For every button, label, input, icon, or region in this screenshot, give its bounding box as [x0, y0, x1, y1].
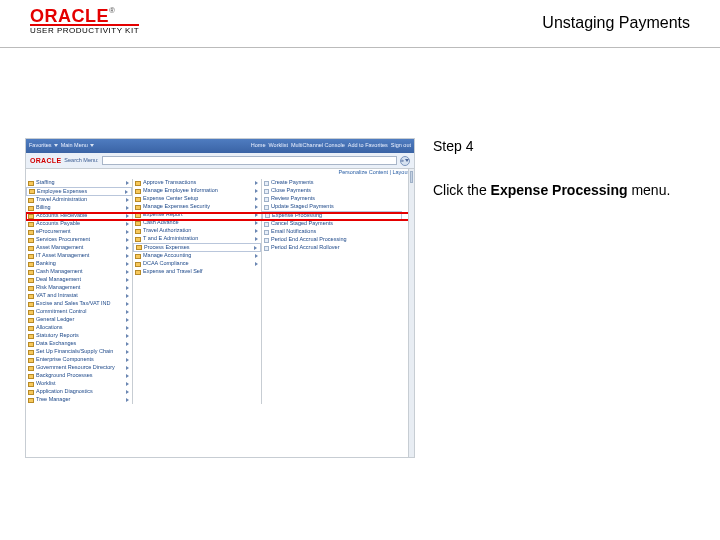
- menu-item[interactable]: Expense and Travel Self: [133, 268, 261, 276]
- menu-item[interactable]: Services Procurement: [26, 236, 132, 244]
- nav-sign-out[interactable]: Sign out: [391, 143, 411, 149]
- nav-worklist[interactable]: Worklist: [268, 143, 287, 149]
- main-menu[interactable]: Main Menu: [61, 143, 94, 149]
- menu-item[interactable]: Asset Management: [26, 244, 132, 252]
- menu-item[interactable]: Background Processes: [26, 372, 132, 380]
- menu-item[interactable]: Cash Advance: [133, 219, 261, 227]
- menu-item[interactable]: Banking: [26, 260, 132, 268]
- folder-icon: [28, 222, 34, 227]
- menu-item[interactable]: Travel Administration: [26, 196, 132, 204]
- menu-item[interactable]: T and E Administration: [133, 235, 261, 243]
- menu-item[interactable]: Accounts Payable: [26, 220, 132, 228]
- folder-icon: [135, 229, 141, 234]
- search-label: Search Menu:: [64, 158, 98, 164]
- menu-item[interactable]: Accounts Receivable: [26, 212, 132, 220]
- menu-item-label: Process Expenses: [144, 245, 252, 251]
- menu-item-label: Expense Center Setup: [143, 196, 253, 202]
- menu-item-label: Risk Management: [36, 285, 124, 291]
- menu-item-label: IT Asset Management: [36, 253, 124, 259]
- menu-item[interactable]: VAT and Intrastat: [26, 292, 132, 300]
- menu-item[interactable]: Close Payments: [262, 187, 402, 195]
- menu-item[interactable]: Travel Authorization: [133, 227, 261, 235]
- menu-item[interactable]: Employee Expenses: [26, 187, 132, 196]
- submenu-arrow-icon: [126, 262, 129, 266]
- menu-item-label: Manage Accounting: [143, 253, 253, 259]
- menu-item[interactable]: Worklist: [26, 380, 132, 388]
- menu-item[interactable]: Email Notifications: [262, 228, 402, 236]
- nav-add-favorites[interactable]: Add to Favorites: [348, 143, 388, 149]
- menu-item-label: Set Up Financials/Supply Chain: [36, 349, 124, 355]
- menu-item[interactable]: Set Up Financials/Supply Chain: [26, 348, 132, 356]
- menu-item-label: Create Payments: [271, 180, 399, 186]
- menu-item[interactable]: DCAA Compliance: [133, 260, 261, 268]
- menu-item[interactable]: Billing: [26, 204, 132, 212]
- menu-item-label: Period End Accrual Rollover: [271, 245, 399, 251]
- menu-item[interactable]: Expense Center Setup: [133, 195, 261, 203]
- menu-item[interactable]: Allocations: [26, 324, 132, 332]
- menu-item[interactable]: Approve Transactions: [133, 179, 261, 187]
- submenu-arrow-icon: [126, 181, 129, 185]
- nav-home[interactable]: Home: [251, 143, 266, 149]
- menu-item[interactable]: Enterprise Components: [26, 356, 132, 364]
- menu-item[interactable]: eProcurement: [26, 228, 132, 236]
- menu-item[interactable]: Staffing: [26, 179, 132, 187]
- submenu-arrow-icon: [126, 254, 129, 258]
- folder-icon: [28, 318, 34, 323]
- menu-item-label: Enterprise Components: [36, 357, 124, 363]
- menu-item[interactable]: Period End Accrual Processing: [262, 236, 402, 244]
- submenu-arrow-icon: [126, 238, 129, 242]
- menu-item[interactable]: Period End Accrual Rollover: [262, 244, 402, 252]
- folder-icon: [135, 205, 141, 210]
- submenu-arrow-icon: [126, 294, 129, 298]
- menu-item[interactable]: Manage Accounting: [133, 252, 261, 260]
- menu-item[interactable]: Cash Management: [26, 268, 132, 276]
- menu-item-label: Cash Management: [36, 269, 124, 275]
- nav-multichannel[interactable]: MultiChannel Console: [291, 143, 345, 149]
- folder-icon: [28, 206, 34, 211]
- menu-item-label: Asset Management: [36, 245, 124, 251]
- submenu-arrow-icon: [125, 190, 128, 194]
- folder-icon: [28, 398, 34, 403]
- menu-item[interactable]: Cancel Staged Payments: [262, 220, 402, 228]
- folder-icon: [135, 270, 141, 275]
- menu-item-label: Employee Expenses: [37, 189, 123, 195]
- menu-item[interactable]: IT Asset Management: [26, 252, 132, 260]
- folder-icon: [264, 238, 269, 243]
- menu-item[interactable]: Data Exchanges: [26, 340, 132, 348]
- menu-item-label: Banking: [36, 261, 124, 267]
- menu-search-input[interactable]: [102, 156, 397, 165]
- menu-item[interactable]: Expense Report: [133, 211, 261, 219]
- menu-item[interactable]: Statutory Reports: [26, 332, 132, 340]
- personalize-link[interactable]: Personalize Content | Layout: [26, 169, 414, 179]
- menu-search-go-button[interactable]: »: [400, 156, 410, 166]
- menu-item[interactable]: Manage Employee Information: [133, 187, 261, 195]
- folder-icon: [135, 262, 141, 267]
- submenu-arrow-icon: [126, 310, 129, 314]
- menu-item[interactable]: Create Payments: [262, 179, 402, 187]
- menu-item[interactable]: Deal Management: [26, 276, 132, 284]
- menu-item-label: Expense Processing: [272, 213, 398, 219]
- menu-item[interactable]: Process Expenses: [133, 243, 261, 252]
- vertical-scrollbar[interactable]: [408, 169, 414, 457]
- folder-icon: [135, 189, 141, 194]
- menu-item[interactable]: Update Staged Payments: [262, 203, 402, 211]
- menu-item[interactable]: Manage Expenses Security: [133, 203, 261, 211]
- folder-icon: [28, 214, 34, 219]
- submenu-arrow-icon: [255, 221, 258, 225]
- folder-icon: [28, 238, 34, 243]
- favorites-menu[interactable]: Favorites: [29, 143, 58, 149]
- menu-item[interactable]: Risk Management: [26, 284, 132, 292]
- menu-item-label: Cash Advance: [143, 220, 253, 226]
- menu-item-label: Services Procurement: [36, 237, 124, 243]
- menu-item[interactable]: Excise and Sales Tax/VAT IND: [26, 300, 132, 308]
- menu-item[interactable]: Review Payments: [262, 195, 402, 203]
- instruction-target: Expense Processing: [491, 182, 628, 198]
- menu-item[interactable]: Commitment Control: [26, 308, 132, 316]
- menu-item[interactable]: Application Diagnostics: [26, 388, 132, 396]
- submenu-arrow-icon: [126, 382, 129, 386]
- menu-item[interactable]: Expense Processing: [262, 211, 402, 220]
- menu-item[interactable]: General Ledger: [26, 316, 132, 324]
- menu-item[interactable]: Tree Manager: [26, 396, 132, 404]
- folder-icon: [28, 382, 34, 387]
- menu-item[interactable]: Government Resource Directory: [26, 364, 132, 372]
